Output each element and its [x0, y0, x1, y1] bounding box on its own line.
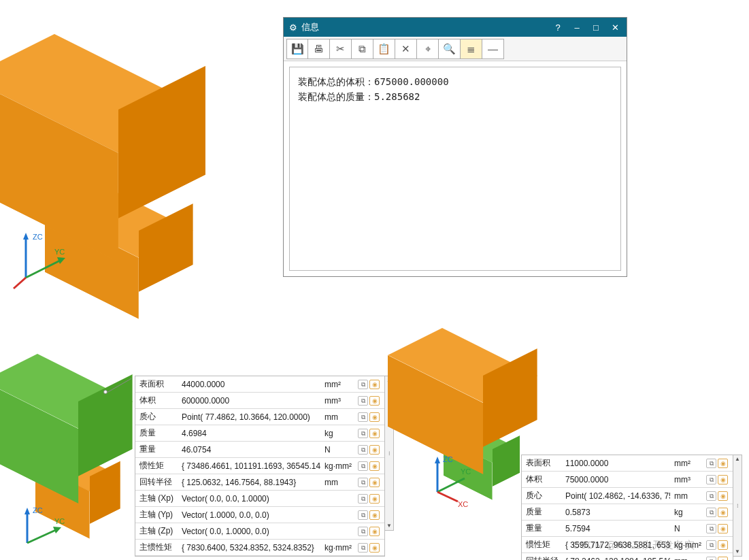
- eye-icon[interactable]: ◉: [369, 429, 380, 438]
- property-table: 表面积11000.0000mm²⧉◉体积75000.0000mm³⧉◉质心Poi…: [522, 455, 733, 560]
- table-row: 质心Point( 102.4862, -14.6336, 75.0000)mm⧉…: [522, 488, 733, 504]
- eye-icon[interactable]: ◉: [369, 494, 380, 504]
- info-line: 装配体总的体积：675000.000000: [298, 74, 612, 89]
- axis-z-label: ZC: [33, 233, 43, 241]
- wrap-icon[interactable]: ≣: [461, 39, 482, 59]
- eye-icon[interactable]: ◉: [369, 380, 380, 389]
- copy-icon[interactable]: ⧉: [352, 39, 373, 59]
- copy-icon[interactable]: ⧉: [358, 396, 368, 406]
- prop-actions[interactable]: ⧉◉: [704, 488, 733, 504]
- prop-label: 主惯性矩: [135, 540, 178, 556]
- prop-actions[interactable]: ⧉◉: [356, 540, 384, 556]
- svg-marker-6: [24, 508, 30, 514]
- prop-unit: mm: [670, 553, 704, 561]
- copy-icon[interactable]: ⧉: [358, 543, 368, 553]
- prop-actions[interactable]: ⧉◉: [356, 507, 384, 523]
- table-row: 回转半径{ 125.0632, 146.7564, 88.1943}mm⧉◉: [135, 474, 384, 491]
- save-icon[interactable]: 💾: [286, 39, 308, 59]
- eye-icon[interactable]: ◉: [369, 543, 380, 553]
- prop-unit: [320, 507, 356, 523]
- copy-icon[interactable]: ⧉: [358, 429, 368, 438]
- eye-icon[interactable]: ◉: [369, 461, 380, 471]
- prop-actions[interactable]: ⧉◉: [356, 491, 384, 507]
- eye-icon[interactable]: ◉: [369, 478, 380, 487]
- copy-icon[interactable]: ⧉: [358, 478, 368, 487]
- prop-actions[interactable]: ⧉◉: [704, 455, 733, 472]
- maximize-button[interactable]: □: [588, 20, 603, 35]
- eye-icon[interactable]: ◉: [718, 491, 728, 501]
- eye-icon[interactable]: ◉: [369, 412, 380, 422]
- eye-icon[interactable]: ◉: [718, 508, 728, 517]
- prop-actions[interactable]: ⧉◉: [356, 442, 384, 458]
- copy-icon[interactable]: ⧉: [358, 380, 368, 389]
- eye-icon[interactable]: ◉: [369, 510, 380, 520]
- info-titlebar[interactable]: ⚙ 信息 ? – □ ✕: [284, 18, 627, 37]
- copy-icon[interactable]: ⧉: [358, 461, 368, 471]
- prop-actions[interactable]: ⧉◉: [704, 553, 733, 561]
- prop-actions[interactable]: ⧉◉: [356, 523, 384, 540]
- prop-actions[interactable]: ⧉◉: [356, 458, 384, 474]
- prop-value: 5.7594: [561, 521, 670, 537]
- cut-icon[interactable]: ✂: [330, 39, 352, 59]
- copy-icon[interactable]: ⧉: [706, 475, 716, 484]
- eye-icon[interactable]: ◉: [718, 524, 728, 533]
- delete-icon[interactable]: ✕: [395, 39, 417, 59]
- prop-actions[interactable]: ⧉◉: [704, 472, 733, 488]
- eye-icon[interactable]: ◉: [718, 557, 728, 560]
- resize-handle-right[interactable]: ▲⁝▼: [733, 455, 742, 557]
- table-row: 质心Point( 77.4862, 10.3664, 120.0000)mm⧉◉: [135, 409, 384, 425]
- prop-actions[interactable]: ⧉◉: [356, 409, 384, 425]
- prop-value: Point( 102.4862, -14.6336, 75.0000): [561, 488, 670, 504]
- copy-icon[interactable]: ⧉: [358, 510, 368, 520]
- table-row: 表面积44000.0000mm²⧉◉: [135, 376, 384, 393]
- copy-icon[interactable]: ⧉: [706, 491, 716, 501]
- copy-icon[interactable]: ⧉: [706, 508, 716, 517]
- copy-icon[interactable]: ⧉: [358, 445, 368, 455]
- eye-icon[interactable]: ◉: [369, 445, 380, 455]
- prop-unit: [320, 491, 356, 507]
- copy-icon[interactable]: ⧉: [706, 557, 716, 560]
- prop-value: Vector( 1.0000, 0.0, 0.0): [178, 507, 320, 523]
- info-body[interactable]: 装配体总的体积：675000.000000 装配体总的质量：5.285682: [289, 67, 621, 271]
- close-button[interactable]: ✕: [607, 20, 622, 35]
- eye-icon[interactable]: ◉: [369, 396, 380, 406]
- prop-actions[interactable]: ⧉◉: [356, 376, 384, 393]
- prop-unit: [320, 523, 356, 540]
- eye-icon[interactable]: ◉: [718, 459, 728, 468]
- prop-unit: kg·mm²: [670, 537, 704, 553]
- prop-actions[interactable]: ⧉◉: [356, 425, 384, 442]
- eye-icon[interactable]: ◉: [369, 527, 380, 536]
- prop-actions[interactable]: ⧉◉: [704, 504, 733, 521]
- prop-unit: kg: [320, 425, 356, 442]
- table-row: 体积75000.0000mm³⧉◉: [522, 472, 733, 488]
- eye-icon[interactable]: ◉: [718, 475, 728, 484]
- help-button[interactable]: ?: [550, 20, 565, 35]
- copy-icon[interactable]: ⧉: [358, 412, 368, 422]
- print-icon[interactable]: 🖶: [308, 39, 330, 59]
- info-title: 信息: [301, 21, 319, 33]
- eye-icon[interactable]: ◉: [718, 540, 728, 550]
- property-panel-right: 表面积11000.0000mm²⧉◉体积75000.0000mm³⧉◉质心Poi…: [521, 455, 733, 560]
- prop-unit: mm: [320, 474, 356, 491]
- target-icon[interactable]: ⌖: [417, 39, 439, 59]
- copy-icon[interactable]: ⧉: [358, 494, 368, 504]
- find-icon[interactable]: 🔍: [439, 39, 461, 59]
- prop-value: { 78.2462, 128.1084, 105.5188}: [561, 553, 670, 561]
- prop-actions[interactable]: ⧉◉: [356, 474, 384, 491]
- prop-value: 11000.0000: [561, 455, 670, 472]
- copy-icon[interactable]: ⧉: [358, 527, 368, 536]
- copy-icon[interactable]: ⧉: [706, 524, 716, 533]
- paste-icon[interactable]: 📋: [373, 39, 395, 59]
- copy-icon[interactable]: ⧉: [706, 540, 716, 550]
- table-row: 主惯性矩{ 7830.6400, 5324.8352, 5324.8352}kg…: [135, 540, 384, 556]
- prop-unit: N: [320, 442, 356, 458]
- copy-icon[interactable]: ⧉: [706, 459, 716, 468]
- prop-actions[interactable]: ⧉◉: [704, 537, 733, 553]
- prop-actions[interactable]: ⧉◉: [356, 393, 384, 409]
- minimize-button[interactable]: –: [569, 20, 584, 35]
- prop-actions[interactable]: ⧉◉: [704, 521, 733, 537]
- prop-value: Point( 77.4862, 10.3664, 120.0000): [178, 409, 320, 425]
- minus-icon[interactable]: —: [482, 39, 504, 59]
- prop-unit: kg·mm²: [320, 458, 356, 474]
- prop-label: 重量: [522, 521, 561, 537]
